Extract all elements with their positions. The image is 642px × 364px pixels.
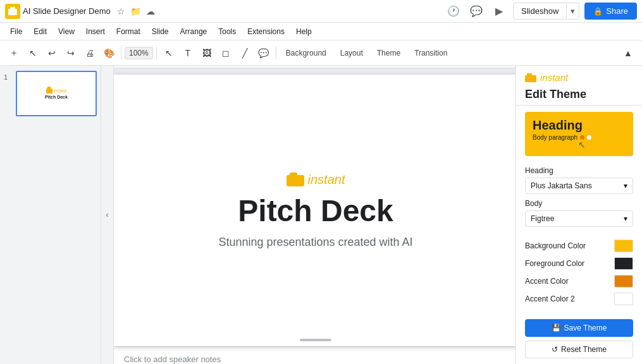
menu-file[interactable]: File	[5, 25, 27, 38]
menu-tools[interactable]: Tools	[213, 25, 241, 38]
body-label: Body	[525, 199, 633, 208]
top-bar: AI Slide Designer Demo ☆ 📁 ☁ 🕐 💬 ▶ Slide…	[0, 0, 642, 23]
cloud-icon[interactable]: ☁	[146, 6, 155, 16]
body-font-value: Figtree	[531, 214, 554, 223]
reset-theme-button[interactable]: ↺ Reset Theme	[525, 341, 633, 358]
accent-color-swatch[interactable]	[614, 275, 633, 288]
thumb-inner-1: instant Pitch Deck	[17, 72, 96, 115]
toolbar-sep-3	[276, 47, 276, 59]
canvas-area: instant Pitch Deck Stunning presentation…	[114, 66, 515, 364]
toolbar-theme-btn[interactable]: Theme	[371, 46, 407, 60]
toolbar-comment-btn[interactable]: 💬	[255, 44, 273, 62]
bg-color-swatch[interactable]	[614, 240, 633, 252]
lock-icon: 🔒	[593, 7, 603, 16]
top-right-actions: 🕐 💬 ▶ Slideshow ▾ 🔒 Share	[445, 3, 637, 20]
theme-header: instant Edit Theme	[516, 66, 642, 106]
slide-canvas[interactable]: instant Pitch Deck Stunning presentation…	[114, 75, 515, 346]
fg-color-swatch[interactable]	[614, 257, 633, 270]
canvas-logo-tab	[290, 173, 297, 177]
main-area: 1 instant Pitch Deck ‹	[0, 66, 642, 364]
canvas-scrollbar	[300, 339, 331, 341]
slide-thumb-1[interactable]: 1 instant Pitch Deck	[4, 71, 97, 116]
slideshow-dropdown[interactable]: ▾	[567, 3, 579, 20]
toolbar-right: ▲	[619, 44, 637, 62]
notes-bar[interactable]: Click to add speaker notes	[114, 346, 515, 364]
toolbar-image-btn[interactable]: 🖼	[198, 44, 216, 62]
canvas-logo-text: instant	[308, 173, 345, 187]
toolbar-print-btn[interactable]: 🖨	[81, 44, 99, 62]
heading-label: Heading	[525, 166, 633, 175]
instant-icon-tab	[527, 73, 532, 76]
bg-color-row: Background Color	[525, 240, 633, 252]
notes-placeholder: Click to add speaker notes	[124, 355, 221, 364]
collapse-panel-btn[interactable]: ‹	[101, 66, 114, 364]
toolbar-transition-btn[interactable]: Transition	[408, 46, 454, 60]
menu-arrange[interactable]: Arrange	[175, 25, 213, 38]
toolbar-select-btn[interactable]: ↖	[160, 44, 178, 62]
accent-color-row: Accent Color	[525, 275, 633, 288]
theme-preview-heading: Heading	[533, 118, 626, 133]
accent2-color-label: Accent Color 2	[525, 294, 575, 303]
star-icon[interactable]: ☆	[117, 6, 125, 16]
canvas-with-ruler: instant Pitch Deck Stunning presentation…	[114, 68, 515, 364]
menu-view[interactable]: View	[53, 25, 80, 38]
toolbar-sep-2	[156, 47, 157, 59]
save-theme-button[interactable]: 💾 Save Theme	[525, 319, 633, 337]
toolbar-redo-btn[interactable]: ↪	[62, 44, 80, 62]
theme-preview-card[interactable]: Heading Body paragraph ↖	[525, 112, 633, 156]
theme-preview-dot-orange	[580, 135, 584, 140]
fg-color-row: Foreground Color	[525, 257, 633, 270]
slide-thumbnail-1[interactable]: instant Pitch Deck	[16, 71, 97, 116]
theme-preview-body-text: Body paragraph	[533, 134, 577, 141]
accent-color-label: Accent Color	[525, 277, 569, 286]
menu-extensions[interactable]: Extensions	[242, 25, 290, 38]
slideshow-button[interactable]: Slideshow	[513, 3, 567, 20]
toolbar-paint-btn[interactable]: 🎨	[100, 44, 118, 62]
comments-button[interactable]: 💬	[467, 3, 485, 20]
save-label: Save Theme	[564, 324, 607, 332]
menu-insert[interactable]: Insert	[81, 25, 110, 38]
history-button[interactable]: 🕐	[445, 3, 462, 20]
toolbar-layout-btn[interactable]: Layout	[334, 46, 369, 60]
slide-stage: instant Pitch Deck Stunning presentation…	[114, 68, 515, 364]
menu-edit[interactable]: Edit	[28, 25, 52, 38]
menu-slide[interactable]: Slide	[147, 25, 174, 38]
share-label: Share	[606, 6, 628, 16]
toolbar-undo-btn[interactable]: ↩	[43, 44, 61, 62]
toolbar-more-btn[interactable]: ▲	[619, 44, 637, 62]
colors-section: Background Color Foreground Color Accent…	[516, 236, 642, 314]
heading-font-section: Heading Plus Jakarta Sans ▾ Body Figtree…	[516, 162, 642, 236]
slideshow-control: Slideshow ▾	[513, 3, 579, 20]
heading-font-value: Plus Jakarta Sans	[531, 181, 592, 190]
bg-color-label: Background Color	[525, 241, 586, 250]
folder-icon[interactable]: 📁	[130, 6, 141, 16]
body-chevron-icon: ▾	[624, 214, 627, 223]
theme-preview-dot-white	[587, 135, 591, 140]
toolbar-text-btn[interactable]: T	[179, 44, 197, 62]
svg-rect-1	[10, 7, 15, 10]
save-icon: 💾	[552, 324, 561, 332]
menu-format[interactable]: Format	[111, 25, 145, 38]
theme-panel: instant Edit Theme Heading Body paragrap…	[515, 66, 642, 364]
share-button[interactable]: 🔒 Share	[584, 3, 637, 20]
present-button[interactable]: ▶	[490, 3, 508, 20]
toolbar-zoom[interactable]: 100%	[125, 47, 153, 59]
canvas-logo: instant	[287, 173, 345, 187]
body-font-dropdown[interactable]: Figtree ▾	[525, 210, 633, 227]
heading-font-dropdown[interactable]: Plus Jakarta Sans ▾	[525, 178, 633, 194]
app-icon	[5, 4, 20, 19]
slides-panel: 1 instant Pitch Deck	[0, 66, 101, 364]
toolbar-line-btn[interactable]: ╱	[236, 44, 254, 62]
toolbar-add-btn[interactable]: ＋	[5, 44, 23, 62]
instant-logo: instant	[525, 72, 633, 83]
instant-logo-icon-wrap	[525, 73, 536, 82]
canvas-subtitle[interactable]: Stunning presentations created with AI	[218, 236, 412, 249]
accent2-color-swatch[interactable]	[614, 293, 633, 305]
toolbar-cursor-btn[interactable]: ↖	[24, 44, 42, 62]
heading-chevron-icon: ▾	[624, 181, 627, 190]
theme-preview-cursor-icon: ↖	[578, 140, 586, 150]
menu-help[interactable]: Help	[291, 25, 317, 38]
canvas-title[interactable]: Pitch Deck	[238, 193, 393, 228]
toolbar-shape-btn[interactable]: ◻	[217, 44, 235, 62]
toolbar-background-btn[interactable]: Background	[280, 46, 333, 60]
